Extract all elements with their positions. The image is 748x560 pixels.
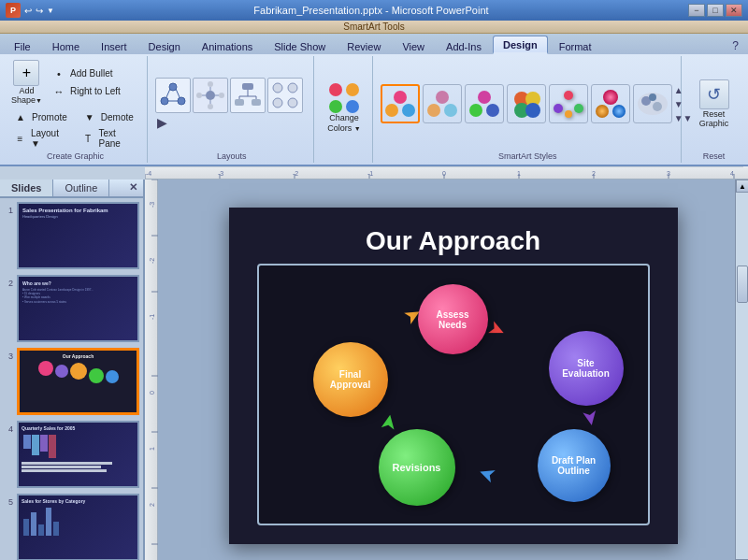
tab-review[interactable]: Review: [337, 37, 391, 54]
demote-button[interactable]: ▼ Demote: [79, 108, 137, 125]
svg-text:-4: -4: [146, 170, 151, 177]
style-item-4[interactable]: [507, 84, 546, 123]
slide-image-3[interactable]: Our Approach: [17, 348, 139, 415]
slide-image-2[interactable]: Who are we? Aaron Cole started Contoso L…: [17, 275, 139, 342]
arrow-4: ➤: [375, 412, 402, 433]
tab-format[interactable]: Format: [549, 37, 602, 54]
style-item-7[interactable]: [633, 84, 672, 123]
tab-home[interactable]: Home: [42, 37, 90, 54]
svg-point-0: [169, 83, 177, 91]
svg-point-42: [612, 105, 626, 118]
layout-button[interactable]: ≡ Layout ▼: [9, 127, 72, 150]
reset-group: ↺ ResetGraphic Reset: [683, 56, 744, 163]
change-colors-label: [322, 159, 366, 161]
svg-point-31: [486, 104, 499, 117]
quick-access-redo[interactable]: ↪: [36, 6, 43, 16]
change-colors-button[interactable]: ChangeColors ▼: [321, 79, 367, 137]
add-bullet-button[interactable]: • Add Bullet: [48, 65, 124, 82]
svg-point-30: [469, 104, 482, 117]
quick-access-undo[interactable]: ↩: [24, 6, 32, 16]
svg-rect-12: [242, 83, 253, 90]
svg-text:1: 1: [149, 447, 155, 451]
svg-text:-2: -2: [293, 170, 298, 177]
tab-smartart-design[interactable]: Design: [493, 36, 548, 54]
tab-file[interactable]: File: [4, 37, 41, 54]
add-shape-button[interactable]: + Add Shape▼: [9, 58, 44, 107]
svg-point-39: [565, 110, 572, 118]
scroll-thumb-v[interactable]: [737, 266, 748, 303]
sidebar-tab-outline[interactable]: Outline: [53, 179, 109, 196]
help-icon[interactable]: ?: [726, 37, 744, 54]
vertical-ruler: -3 -2 -1 0 1 2: [145, 179, 158, 560]
ribbon-content: + Add Shape▼ • Add Bullet ↔ Right to Lef…: [0, 54, 748, 165]
scroll-up-button[interactable]: ▲: [736, 179, 748, 193]
tab-insert[interactable]: Insert: [91, 37, 137, 54]
slide-image-1[interactable]: Sales Presentation for Fabrikam Headquar…: [17, 202, 139, 269]
svg-point-25: [402, 104, 415, 117]
slide-num-4: 4: [4, 424, 13, 434]
reset-label: Reset: [689, 150, 739, 161]
layouts-label: Layouts: [155, 150, 308, 161]
minimize-button[interactable]: −: [688, 4, 705, 17]
style-item-5[interactable]: [549, 84, 588, 123]
assess-needs-circle[interactable]: AssessNeeds: [418, 284, 488, 354]
layouts-scroll-right[interactable]: ▶: [157, 115, 167, 130]
svg-text:3: 3: [667, 170, 670, 177]
svg-text:-2: -2: [149, 258, 155, 264]
site-evaluation-circle[interactable]: SiteEvaluation: [549, 331, 624, 406]
right-scrollbar: ▲ ▼: [735, 179, 748, 560]
style-item-1[interactable]: [381, 84, 420, 123]
maximize-button[interactable]: □: [707, 4, 724, 17]
scroll-track-v: [736, 193, 748, 559]
svg-point-46: [649, 93, 656, 101]
close-button[interactable]: ✕: [726, 4, 742, 17]
layout-item-1[interactable]: [155, 78, 191, 113]
svg-point-22: [288, 98, 297, 108]
text-pane-button[interactable]: T Text Pane: [78, 127, 141, 150]
svg-point-29: [478, 91, 491, 104]
svg-point-1: [178, 97, 185, 105]
style-item-6[interactable]: [591, 84, 630, 123]
sidebar-tab-slides[interactable]: Slides: [0, 179, 53, 196]
layout-item-3[interactable]: [230, 78, 266, 113]
draft-plan-circle[interactable]: Draft PlanOutline: [538, 429, 611, 502]
slide-image-4[interactable]: Quarterly Sales for 2005: [17, 421, 139, 488]
style-item-3[interactable]: [465, 84, 504, 123]
right-to-left-button[interactable]: ↔ Right to Left: [48, 83, 124, 100]
sidebar-close-button[interactable]: ✕: [123, 179, 143, 196]
style-item-2[interactable]: [423, 84, 462, 123]
tab-slideshow[interactable]: Slide Show: [264, 37, 336, 54]
quick-access-dropdown[interactable]: ▼: [47, 7, 54, 15]
tab-design[interactable]: Design: [138, 37, 191, 54]
slide-thumb-5[interactable]: 5 Sales for Stores by Category: [4, 494, 139, 560]
slide-thumb-2[interactable]: 2 Who are we? Aaron Cole started Contoso…: [4, 275, 139, 342]
svg-point-6: [208, 104, 213, 109]
reset-graphic-button[interactable]: ↺ ResetGraphic: [696, 78, 733, 131]
horizontal-ruler: -4 -3 -2 -1 0 1 2 3 4: [145, 166, 748, 179]
svg-text:2: 2: [592, 170, 596, 177]
promote-button[interactable]: ▲ Promote: [9, 108, 71, 125]
slide-thumb-4[interactable]: 4 Quarterly Sales for 2005: [4, 421, 139, 488]
svg-point-20: [288, 83, 297, 93]
tab-view[interactable]: View: [392, 37, 435, 54]
slide-panel: 1 Sales Presentation for Fabrikam Headqu…: [0, 198, 143, 560]
smartart-diagram[interactable]: ➤ ➤ ➤ ➤ ➤ AssessNeeds SiteEvaluation: [257, 264, 650, 525]
revisions-circle[interactable]: Revisions: [379, 429, 455, 506]
tab-addins[interactable]: Add-Ins: [436, 37, 492, 54]
final-approval-circle[interactable]: FinalApproval: [313, 342, 388, 417]
app-icon: P: [6, 3, 21, 18]
svg-text:-1: -1: [367, 170, 373, 177]
svg-text:-3: -3: [218, 170, 223, 177]
layout-item-2[interactable]: [193, 78, 228, 113]
slide-canvas[interactable]: Our Approach ➤ ➤ ➤ ➤ ➤ AssessNeeds: [229, 208, 678, 544]
slide-image-5[interactable]: Sales for Stores by Category: [17, 494, 139, 560]
smartart-tools-label: SmartArt Tools: [0, 21, 748, 34]
slide-thumb-1[interactable]: 1 Sales Presentation for Fabrikam Headqu…: [4, 202, 139, 269]
slide-num-2: 2: [4, 279, 13, 288]
svg-point-7: [196, 93, 202, 98]
svg-point-5: [219, 93, 224, 98]
slide-thumb-3[interactable]: 3 Our Approach: [4, 348, 139, 415]
svg-point-41: [596, 105, 609, 118]
layout-item-4[interactable]: [267, 78, 303, 113]
tab-animations[interactable]: Animations: [192, 37, 263, 54]
